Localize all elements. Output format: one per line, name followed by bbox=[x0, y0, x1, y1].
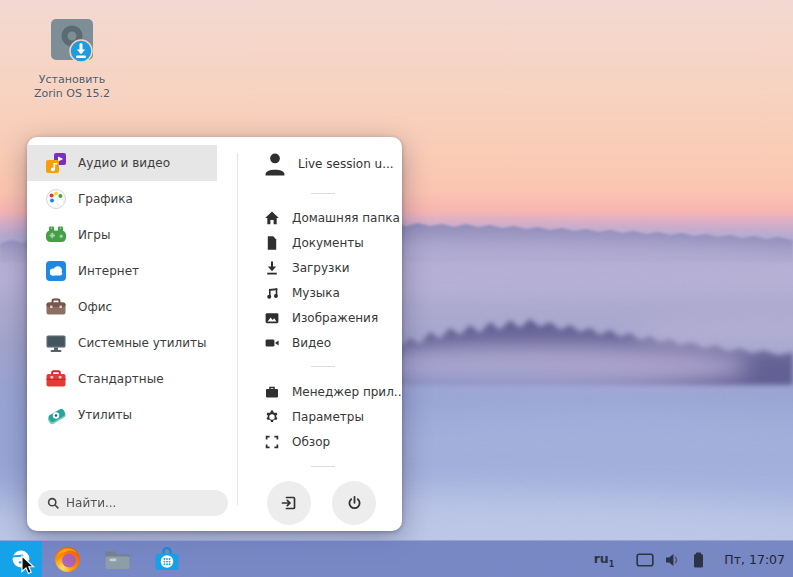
graphics-icon bbox=[45, 188, 67, 210]
menu-item-settings[interactable]: Параметры bbox=[264, 404, 402, 429]
firefox-icon bbox=[54, 546, 81, 573]
category-label: Аудио и видео bbox=[78, 156, 170, 170]
music-icon bbox=[264, 285, 280, 301]
taskbar-app-software-store[interactable] bbox=[142, 541, 192, 577]
place-label: Документы bbox=[292, 236, 364, 250]
system-list: Менеджер прил... Параметры Обзор bbox=[264, 379, 402, 454]
menu-vertical-divider bbox=[237, 153, 238, 505]
games-icon bbox=[45, 224, 67, 246]
disk-install-icon bbox=[48, 18, 96, 64]
place-label: Видео bbox=[292, 336, 331, 350]
place-label: Музыка bbox=[292, 286, 340, 300]
desktop-icon-label: Установить Zorin OS 15.2 bbox=[17, 73, 127, 102]
accessories-icon bbox=[45, 368, 67, 390]
desktop-icon-install-zorin[interactable]: Установить Zorin OS 15.2 bbox=[17, 18, 127, 102]
category-internet[interactable]: Интернет bbox=[27, 253, 217, 289]
system-tools-icon bbox=[45, 332, 67, 354]
taskbar-app-file-manager[interactable] bbox=[92, 541, 142, 577]
place-label: Загрузки bbox=[292, 261, 350, 275]
menu-item-label: Обзор bbox=[292, 435, 330, 449]
store-bag-icon bbox=[154, 546, 180, 572]
category-system-tools[interactable]: Системные утилиты bbox=[27, 325, 217, 361]
document-icon bbox=[264, 235, 280, 251]
taskbar: ru1 Пт, 17:07 bbox=[0, 540, 793, 577]
software-manager-icon bbox=[264, 384, 280, 400]
category-audio-video[interactable]: Аудио и видео bbox=[27, 145, 217, 181]
utilities-icon bbox=[45, 404, 67, 426]
menu-divider bbox=[311, 466, 335, 467]
menu-item-overview[interactable]: Обзор bbox=[264, 429, 402, 454]
place-label: Домашняя папка bbox=[292, 211, 400, 225]
place-pictures[interactable]: Изображения bbox=[264, 305, 402, 330]
desktop[interactable]: Установить Zorin OS 15.2 Аудио и видео bbox=[0, 0, 793, 577]
user-avatar-icon bbox=[262, 151, 288, 177]
category-graphics[interactable]: Графика bbox=[27, 181, 217, 217]
category-office[interactable]: Офис bbox=[27, 289, 217, 325]
search-icon bbox=[47, 497, 60, 510]
zorin-menu-button[interactable] bbox=[0, 541, 42, 577]
place-documents[interactable]: Документы bbox=[264, 230, 402, 255]
places-list: Домашняя папка Документы Загрузки bbox=[264, 205, 402, 355]
overview-corners-icon bbox=[264, 434, 280, 450]
settings-gear-icon bbox=[264, 409, 280, 425]
user-session-label: Live session u... bbox=[298, 157, 394, 171]
category-label: Игры bbox=[78, 228, 110, 242]
place-videos[interactable]: Видео bbox=[264, 330, 402, 355]
download-icon bbox=[264, 260, 280, 276]
category-utilities[interactable]: Утилиты bbox=[27, 397, 217, 433]
taskbar-app-firefox[interactable] bbox=[42, 541, 92, 577]
image-icon bbox=[264, 310, 280, 326]
power-icon bbox=[346, 495, 363, 512]
place-downloads[interactable]: Загрузки bbox=[264, 255, 402, 280]
menu-divider bbox=[311, 193, 335, 194]
place-music[interactable]: Музыка bbox=[264, 280, 402, 305]
app-menu-panel: Аудио и видео Графика bbox=[27, 137, 402, 531]
video-icon bbox=[264, 335, 280, 351]
folder-icon bbox=[104, 548, 131, 570]
zorin-logo-icon bbox=[10, 548, 32, 570]
place-home[interactable]: Домашняя папка bbox=[264, 205, 402, 230]
category-accessories[interactable]: Стандартные bbox=[27, 361, 217, 397]
clock[interactable]: Пт, 17:07 bbox=[724, 552, 785, 567]
display-icon[interactable] bbox=[636, 553, 654, 567]
category-label: Системные утилиты bbox=[78, 336, 207, 350]
category-label: Офис bbox=[78, 300, 112, 314]
internet-icon bbox=[45, 260, 67, 282]
category-label: Утилиты bbox=[78, 408, 132, 422]
menu-item-label: Менеджер прил... bbox=[292, 385, 402, 399]
system-tray: ru1 Пт, 17:07 bbox=[594, 541, 785, 577]
search-field[interactable] bbox=[38, 490, 228, 516]
category-label: Графика bbox=[78, 192, 133, 206]
home-icon bbox=[264, 210, 280, 226]
audio-video-icon bbox=[45, 152, 67, 174]
category-label: Интернет bbox=[78, 264, 139, 278]
user-session-item[interactable]: Live session u... bbox=[262, 151, 394, 177]
battery-icon[interactable] bbox=[693, 552, 704, 568]
logout-button[interactable] bbox=[267, 481, 311, 525]
search-input[interactable] bbox=[66, 496, 219, 510]
category-label: Стандартные bbox=[78, 372, 164, 386]
menu-item-software-manager[interactable]: Менеджер прил... bbox=[264, 379, 402, 404]
keyboard-layout-indicator[interactable]: ru1 bbox=[594, 551, 615, 569]
volume-icon[interactable] bbox=[665, 553, 682, 567]
logout-icon bbox=[280, 494, 298, 512]
category-games[interactable]: Игры bbox=[27, 217, 217, 253]
power-button[interactable] bbox=[332, 481, 376, 525]
place-label: Изображения bbox=[292, 311, 378, 325]
office-icon bbox=[45, 296, 67, 318]
category-list: Аудио и видео Графика bbox=[27, 145, 217, 433]
menu-item-label: Параметры bbox=[292, 410, 364, 424]
menu-divider bbox=[311, 366, 335, 367]
